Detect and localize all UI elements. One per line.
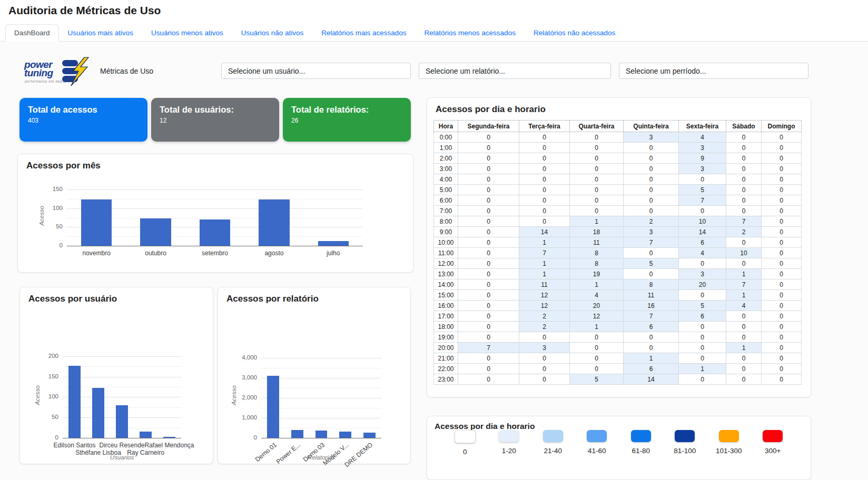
heatmap-cell: 0 — [570, 353, 624, 364]
bar-demo-03 — [315, 431, 328, 438]
tab-usu-rios-mais-ativos[interactable]: Usuários mais ativos — [59, 24, 143, 42]
heatmap-cell: 0 — [519, 353, 570, 364]
access-by-day-hour-card: Acessos por dia e horario HoraSegunda-fe… — [427, 97, 811, 397]
stat-card-total-usuarios: Total de usuários: 12 — [151, 98, 279, 142]
heatmap-cell: 11 — [519, 279, 570, 290]
tab-usu-rios-n-o-ativos[interactable]: Usuários não ativos — [232, 24, 313, 42]
heatmap-cell: 0 — [726, 237, 762, 248]
tab-dashboard[interactable]: DashBoard — [5, 24, 59, 42]
heatmap-cell: 0 — [624, 164, 679, 174]
legend-item: 61-80 — [619, 430, 663, 456]
table-row: 4:000000000 — [434, 174, 802, 185]
y-axis-tick: 200 — [31, 353, 58, 359]
hour-cell: 13:00 — [434, 269, 458, 279]
legend-swatch — [631, 430, 651, 442]
heatmap-cell: 1 — [570, 216, 624, 227]
heatmap-cell: 1 — [519, 258, 570, 269]
grid-line — [261, 358, 381, 358]
stat-card-total-relatorios: Total de relatórios: 26 — [283, 98, 411, 142]
legend-swatch — [675, 430, 695, 442]
heatmap-cell: 0 — [458, 216, 519, 227]
heatmap-cell: 0 — [458, 364, 519, 374]
hour-cell: 1:00 — [434, 143, 458, 153]
table-header-cell: Quinta-feira — [624, 121, 679, 132]
heatmap-cell: 1 — [570, 322, 624, 332]
heatmap-cell: 0 — [726, 153, 762, 164]
heatmap-cell: 0 — [624, 153, 679, 164]
page-title: Auditoria de Métricas de Uso — [8, 4, 161, 17]
heatmap-cell: 1 — [726, 290, 762, 301]
grid-line — [261, 398, 381, 398]
hour-cell: 19:00 — [434, 332, 458, 343]
period-filter-input[interactable] — [619, 63, 808, 79]
heatmap-cell: 0 — [519, 195, 570, 206]
legend-label: 300+ — [765, 447, 781, 455]
tab-relat-rios-menos-acessados[interactable]: Relatórios menos acessados — [416, 24, 525, 42]
tab-relat-rios-mais-acessados[interactable]: Relatórios mais acessados — [312, 24, 415, 42]
stat-label: Total de usuários: — [160, 105, 271, 115]
heatmap-cell: 19 — [570, 269, 624, 279]
heatmap-cell: 1 — [726, 269, 762, 279]
heatmap-cell: 0 — [624, 248, 679, 258]
heatmap-cell: 8 — [570, 258, 624, 269]
heatmap-cell: 0 — [762, 216, 802, 227]
heatmap-cell: 0 — [458, 332, 519, 343]
x-axis-label: outubro — [145, 249, 166, 257]
heatmap-cell: 10 — [679, 216, 726, 227]
bar-chart-report-access: 01,0002,0003,0004,000AcessoDemo 01Power … — [218, 287, 410, 464]
table-header-cell: Sexta-feira — [679, 121, 726, 132]
table-row: 12:000185000 — [434, 258, 802, 269]
heatmap-cell: 0 — [762, 153, 802, 164]
bar-chart-user-access: 050100150200AcessoEdilson SantosSthéfane… — [20, 287, 213, 464]
heatmap-cell: 0 — [519, 132, 570, 143]
access-by-day-hour-table: HoraSegunda-feiraTerça-feiraQuarta-feira… — [433, 120, 802, 385]
hour-cell: 12:00 — [434, 258, 458, 269]
bar-modelo-v- — [339, 432, 351, 438]
y-axis-tick: 0 — [35, 242, 63, 248]
heatmap-cell: 2 — [519, 322, 570, 332]
hour-cell: 15:00 — [434, 290, 458, 301]
y-axis-tick: 0 — [230, 434, 257, 441]
heatmap-cell: 0 — [458, 195, 519, 206]
y-axis-tick: 0 — [31, 434, 58, 441]
tab-relat-rios-n-o-acessados[interactable]: Relatórios não acessados — [525, 24, 624, 42]
bar-julho — [318, 241, 349, 246]
hour-cell: 3:00 — [434, 164, 458, 174]
heatmap-cell: 0 — [624, 174, 679, 185]
legend-item: 81-100 — [663, 430, 707, 456]
logo-wordmark: power tuning — [24, 61, 53, 77]
heatmap-cell: 5 — [679, 185, 726, 195]
heatmap-cell: 0 — [726, 174, 762, 185]
heatmap-cell: 0 — [762, 301, 802, 311]
hour-cell: 6:00 — [434, 195, 458, 206]
hour-cell: 21:00 — [434, 353, 458, 364]
legend-label: 61-80 — [632, 447, 650, 455]
app-label: Métricas de Uso — [100, 67, 153, 75]
heatmap-cell: 16 — [624, 301, 679, 311]
y-axis-title: Acesso — [34, 385, 41, 405]
bar-sth-fane-lisboa — [92, 388, 104, 438]
report-filter-input[interactable] — [419, 63, 611, 79]
heatmap-cell: 4 — [570, 290, 624, 301]
bar-setembro — [200, 219, 230, 246]
table-row: 15:00012411010 — [434, 290, 802, 301]
user-filter-input[interactable] — [221, 63, 411, 79]
color-legend: 01-2021-4041-6061-8081-100101-300300+ — [443, 430, 795, 456]
hour-cell: 22:00 — [434, 364, 458, 374]
grid-line — [67, 246, 363, 246]
heatmap-cell: 0 — [624, 206, 679, 216]
table-row: 13:0001190310 — [434, 269, 802, 279]
legend-swatch — [587, 430, 607, 442]
bar-dirceu-resende — [116, 405, 128, 438]
table-header-cell: Sábado — [726, 121, 762, 132]
heatmap-cell: 0 — [762, 332, 802, 343]
heatmap-cell: 14 — [679, 227, 726, 237]
heatmap-cell: 1 — [726, 343, 762, 353]
heatmap-cell: 0 — [726, 258, 762, 269]
tab-usu-rios-menos-ativos[interactable]: Usuários menos ativos — [142, 24, 232, 42]
heatmap-cell: 3 — [679, 143, 726, 153]
grid-line — [63, 387, 181, 387]
stat-label: Total de acessos — [28, 105, 139, 115]
y-axis-title: Acesso — [38, 206, 45, 226]
y-axis-tick: 4,000 — [230, 354, 257, 361]
